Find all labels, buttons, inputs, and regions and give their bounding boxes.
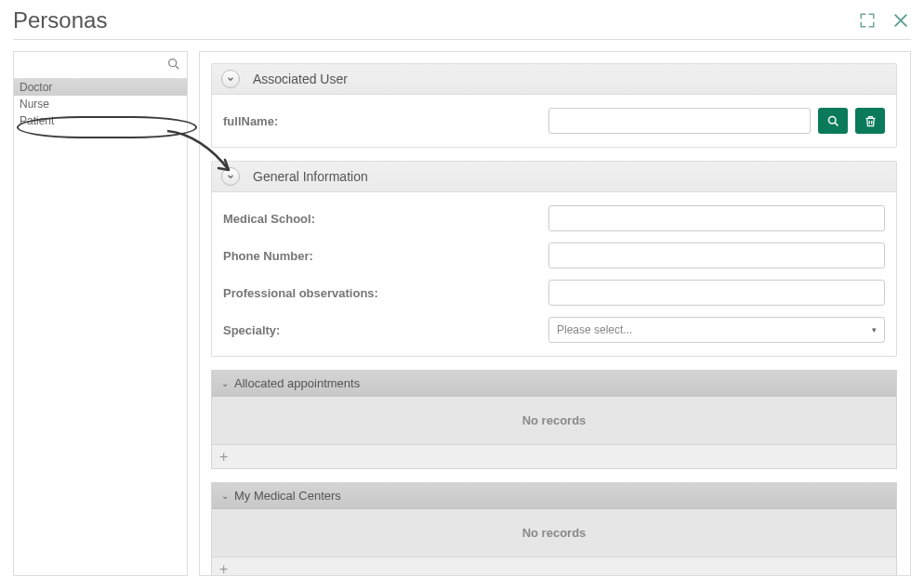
panel-title: Associated User xyxy=(253,72,348,86)
page-title: Personas xyxy=(13,7,107,33)
add-center-button[interactable]: + xyxy=(212,556,896,576)
header-actions xyxy=(857,10,911,31)
medical-school-input[interactable] xyxy=(548,205,885,231)
centers-empty: No records xyxy=(212,509,896,556)
label-medical-school: Medical School: xyxy=(223,212,548,226)
panel-header-associated-user[interactable]: Associated User xyxy=(212,64,896,95)
panel-body-general-info: Medical School: Phone Number: xyxy=(212,192,896,356)
panel-general-info: General Information Medical School: Phon… xyxy=(211,161,897,357)
expand-icon[interactable] xyxy=(857,10,878,31)
subpanel-title: Allocated appointments xyxy=(234,376,360,390)
specialty-select[interactable]: Please select... ▾ xyxy=(548,317,885,343)
plus-icon: + xyxy=(219,449,228,465)
row-fullname: fullName: xyxy=(223,108,885,134)
row-prof-obs: Professional observations: xyxy=(223,280,885,306)
panel-header-general-info[interactable]: General Information xyxy=(212,162,896,192)
row-medical-school: Medical School: xyxy=(223,205,885,231)
phone-number-input[interactable] xyxy=(548,242,885,268)
window-body: Doctor Nurse Patient Associated User xyxy=(13,40,911,576)
chevron-down-icon: ⌄ xyxy=(221,378,229,388)
search-input[interactable] xyxy=(14,52,187,78)
main-inner: Associated User fullName: xyxy=(211,63,899,576)
personas-window: Personas xyxy=(0,0,924,576)
close-icon[interactable] xyxy=(891,10,911,31)
panel-title: General Information xyxy=(253,169,368,184)
panel-associated-user: Associated User fullName: xyxy=(211,63,897,148)
label-specialty: Specialty: xyxy=(223,323,548,337)
subpanel-header-centers[interactable]: ⌄ My Medical Centers xyxy=(212,483,896,509)
add-appointment-button[interactable]: + xyxy=(212,444,896,468)
svg-point-0 xyxy=(169,59,177,67)
subpanel-header-appointments[interactable]: ⌄ Allocated appointments xyxy=(212,371,896,397)
subpanel-medical-centers: ⌄ My Medical Centers No records + xyxy=(211,482,897,576)
panel-body-associated-user: fullName: xyxy=(212,95,896,147)
main-panel[interactable]: Associated User fullName: xyxy=(199,51,911,576)
search-icon xyxy=(826,114,840,128)
subpanel-title: My Medical Centers xyxy=(234,489,341,503)
sidebar-search xyxy=(14,52,187,79)
appointments-empty: No records xyxy=(212,397,896,444)
sidebar-item-nurse[interactable]: Nurse xyxy=(14,96,187,112)
chevron-down-icon: ⌄ xyxy=(221,491,229,501)
specialty-placeholder: Please select... xyxy=(557,323,632,336)
window-header: Personas xyxy=(13,7,911,40)
persona-list: Doctor Nurse Patient xyxy=(14,79,187,129)
chevron-down-icon[interactable] xyxy=(221,70,240,88)
sidebar-item-patient[interactable]: Patient xyxy=(14,112,187,129)
prof-obs-input[interactable] xyxy=(548,280,885,306)
chevron-down-icon: ▾ xyxy=(872,325,877,334)
chevron-down-icon[interactable] xyxy=(221,167,240,186)
label-phone-number: Phone Number: xyxy=(223,249,548,263)
plus-icon: + xyxy=(219,561,228,577)
label-prof-obs: Professional observations: xyxy=(223,286,548,300)
row-specialty: Specialty: Please select... ▾ xyxy=(223,317,885,343)
trash-icon xyxy=(864,114,878,128)
fullname-controls xyxy=(548,108,885,134)
row-phone-number: Phone Number: xyxy=(223,242,885,268)
lookup-button[interactable] xyxy=(818,108,848,134)
search-icon xyxy=(166,57,181,72)
sidebar-item-doctor[interactable]: Doctor xyxy=(14,79,187,96)
sidebar: Doctor Nurse Patient xyxy=(13,51,188,576)
fullname-input[interactable] xyxy=(548,108,811,134)
delete-button[interactable] xyxy=(855,108,885,134)
label-fullname: fullName: xyxy=(223,114,548,128)
svg-point-1 xyxy=(828,116,836,124)
subpanel-allocated-appointments: ⌄ Allocated appointments No records + xyxy=(211,370,897,469)
